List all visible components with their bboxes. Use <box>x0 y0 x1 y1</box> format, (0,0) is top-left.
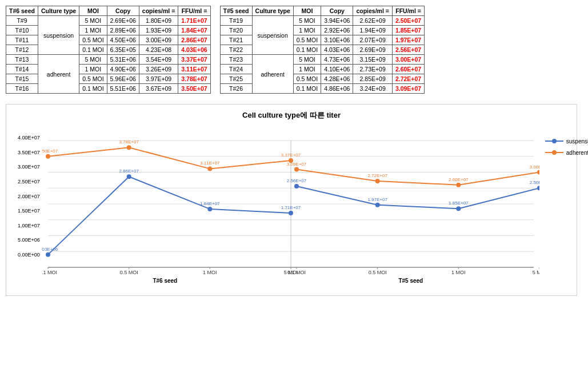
chart-title: Cell culture type에 따른 titer <box>18 110 565 121</box>
y-tick: 2.50E+07 <box>18 179 40 185</box>
t6-x-label: T#6 seed <box>42 278 288 284</box>
table-row: T#24 <box>220 65 252 74</box>
svg-line-34 <box>458 188 539 208</box>
svg-text:3.50E+07: 3.50E+07 <box>42 149 58 154</box>
t6-col-seed: T#6 seed <box>6 6 38 16</box>
svg-text:5 MOI: 5 MOI <box>533 270 539 275</box>
svg-text:1.85E+07: 1.85E+07 <box>449 200 469 206</box>
svg-text:1 MOI: 1 MOI <box>451 270 466 275</box>
legend-adherent: adherent <box>545 149 588 156</box>
table-row: T#21 <box>220 35 252 45</box>
t6-table: T#6 seed Culture type MOI Copy copies/ml… <box>6 6 211 94</box>
svg-line-44 <box>377 181 458 185</box>
svg-line-21 <box>48 147 129 157</box>
table-row: T#10 <box>6 26 38 35</box>
culture-type-cell: suspension <box>252 16 293 55</box>
svg-point-26 <box>126 145 131 150</box>
y-tick: 2.00E+07 <box>18 194 40 199</box>
svg-point-50 <box>456 183 461 187</box>
svg-text:3.78E+07: 3.78E+07 <box>119 139 139 145</box>
svg-line-22 <box>129 147 210 169</box>
svg-text:1.97E+07: 1.97E+07 <box>367 197 387 202</box>
y-tick: 0.00E+00 <box>18 252 40 258</box>
legend-suspension: suspension <box>545 138 588 145</box>
table-row: T#22 <box>220 45 252 55</box>
svg-text:2.86E+07: 2.86E+07 <box>119 169 139 174</box>
svg-text:1 MOI: 1 MOI <box>203 270 217 275</box>
t5-col-ffu: FFU/ml = <box>392 6 424 16</box>
table-row: T#16 <box>6 84 38 94</box>
svg-line-33 <box>377 205 458 209</box>
svg-line-12 <box>210 209 291 213</box>
t5-col-culture: Culture type <box>252 6 293 16</box>
table-row: T#15 <box>6 74 38 84</box>
chart-container: Cell culture type에 따른 titer 4.00E+07 3.5… <box>6 104 577 296</box>
svg-text:0.1 MOI: 0.1 MOI <box>287 270 306 275</box>
t5-col-moi: MOI <box>293 6 321 16</box>
svg-line-32 <box>297 186 378 205</box>
y-tick: 3.50E+07 <box>18 150 40 155</box>
svg-text:2.60E+07: 2.60E+07 <box>449 177 469 182</box>
svg-point-19 <box>289 211 293 215</box>
chart-legend: suspension adherent <box>539 126 588 156</box>
t5-col-copies: copies/ml = <box>353 6 392 16</box>
svg-text:2.50E+07: 2.50E+07 <box>530 180 539 185</box>
t5-table: T#5 seed Culture type MOI Copy copies/ml… <box>220 6 425 94</box>
table-row: T#23 <box>220 55 252 65</box>
svg-point-46 <box>294 167 299 172</box>
svg-point-15 <box>126 174 131 179</box>
t5-col-seed: T#5 seed <box>220 6 252 16</box>
t6-col-copy: Copy <box>107 6 139 16</box>
y-tick: 3.00E+07 <box>18 164 40 170</box>
svg-text:3.00E+07: 3.00E+07 <box>530 165 539 170</box>
t6-col-ffu: FFU/ml = <box>178 6 210 16</box>
y-tick: 4.00E+07 <box>18 135 40 141</box>
table-row: T#19 <box>220 16 252 26</box>
y-tick: 5.00E+06 <box>18 237 40 243</box>
t6-col-culture: Culture type <box>38 6 79 16</box>
svg-point-28 <box>207 166 212 171</box>
t6-col-moi: MOI <box>79 6 107 16</box>
svg-point-48 <box>375 179 379 183</box>
svg-text:2.56E+07: 2.56E+07 <box>287 178 307 183</box>
culture-type-cell: adherent <box>38 55 79 94</box>
svg-text:2.72E+07: 2.72E+07 <box>367 173 387 178</box>
svg-text:1.84E+07: 1.84E+07 <box>200 201 220 206</box>
svg-point-13 <box>46 252 50 257</box>
svg-text:4.03E+06: 4.03E+06 <box>42 247 58 252</box>
svg-line-45 <box>458 173 539 185</box>
t6-col-copies: copies/ml = <box>139 6 178 16</box>
y-tick: 1.00E+07 <box>18 223 40 228</box>
table-row: T#9 <box>6 16 38 26</box>
table-row: T#25 <box>220 74 252 84</box>
svg-text:3.37E+07: 3.37E+07 <box>281 153 301 158</box>
svg-text:0.1 MOI: 0.1 MOI <box>42 270 57 275</box>
table-row: T#26 <box>220 84 252 94</box>
svg-text:3.09E+07: 3.09E+07 <box>287 162 307 167</box>
legend-suspension-label: suspension <box>566 138 588 145</box>
culture-type-cell: adherent <box>252 55 293 94</box>
svg-line-23 <box>210 161 291 169</box>
t5-x-label: T#5 seed <box>288 278 534 284</box>
t5-col-copy: Copy <box>321 6 353 16</box>
svg-point-24 <box>46 154 50 159</box>
svg-point-74 <box>552 150 557 155</box>
svg-point-17 <box>207 207 212 211</box>
chart-svg: 4.03E+062.86E+071.84E+071.71E+073.50E+07… <box>42 126 539 278</box>
table-row: T#12 <box>6 45 38 55</box>
svg-line-43 <box>297 170 378 182</box>
culture-type-cell: suspension <box>38 16 79 55</box>
svg-text:0.5 MOI: 0.5 MOI <box>119 270 138 275</box>
y-tick: 1.50E+07 <box>18 208 40 214</box>
svg-point-72 <box>552 139 557 143</box>
legend-adherent-label: adherent <box>566 150 588 156</box>
svg-point-37 <box>375 203 379 207</box>
tables-section: T#6 seed Culture type MOI Copy copies/ml… <box>6 6 582 94</box>
table-row: T#20 <box>220 26 252 35</box>
svg-point-41 <box>537 186 539 190</box>
svg-point-52 <box>537 170 539 175</box>
table-row: T#11 <box>6 35 38 45</box>
table-row: T#14 <box>6 65 38 74</box>
svg-point-39 <box>456 206 461 211</box>
svg-text:0.5 MOI: 0.5 MOI <box>368 270 386 275</box>
